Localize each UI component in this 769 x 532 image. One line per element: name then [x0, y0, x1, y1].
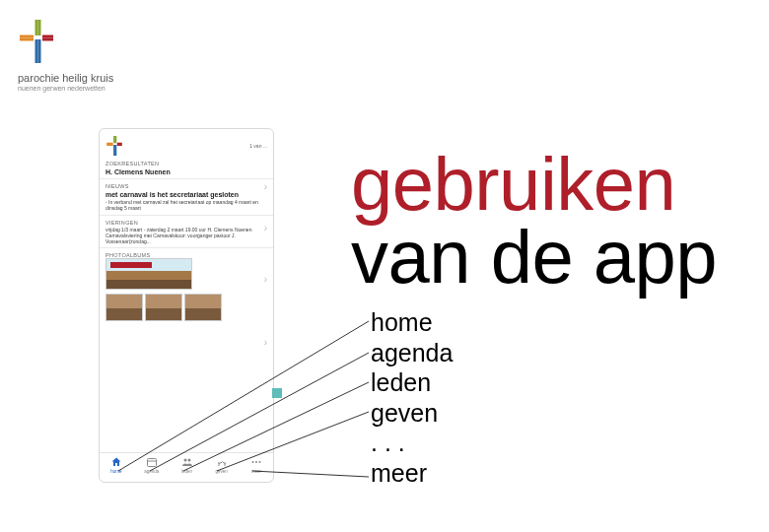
phone-news-title[interactable]: met carnaval is het secretariaat geslote… — [105, 191, 269, 198]
brand-cross-icon — [18, 18, 55, 65]
svg-point-22 — [258, 461, 260, 463]
phone-section-services: vieringen — [105, 220, 269, 226]
phone-photo-thumbnail[interactable] — [145, 294, 182, 321]
feature-item-geven: geven — [371, 398, 453, 429]
feature-item-dots: . . . — [371, 428, 453, 458]
phone-thumb-row — [105, 294, 269, 321]
phone-photo-thumbnail[interactable] — [105, 294, 143, 321]
feature-item-meer: meer — [371, 458, 453, 489]
tab-home[interactable]: home — [109, 456, 123, 480]
svg-point-21 — [255, 461, 257, 463]
dots-more-icon — [249, 456, 263, 468]
feature-item-agenda: agenda — [371, 338, 453, 368]
hand-give-icon — [215, 456, 229, 468]
tab-label: agenda — [144, 469, 159, 474]
people-icon — [180, 456, 194, 468]
tab-agenda[interactable]: agenda — [144, 456, 159, 480]
brand-header: parochie heilig kruis nuenen gerwen nede… — [18, 18, 113, 92]
slide-headline: gebruiken van de app — [351, 148, 717, 295]
tab-meer[interactable]: meer — [249, 456, 263, 480]
phone-screen: 1 van ... zoekresultaten H. Clemens Nuen… — [100, 129, 273, 452]
chevron-right-icon: › — [264, 275, 267, 285]
brand-subtitle: nuenen gerwen nederwetten — [18, 85, 113, 92]
svg-point-20 — [251, 461, 253, 463]
feature-item-home: home — [371, 307, 453, 338]
phone-brand-cross-icon — [105, 135, 123, 157]
headline-line1: gebruiken — [351, 142, 675, 226]
phone-mockup: 1 van ... zoekresultaten H. Clemens Nuen… — [99, 128, 274, 483]
phone-bottom-bar: home agenda leden geven meer — [100, 452, 273, 482]
tab-leden[interactable]: leden — [180, 456, 194, 480]
svg-point-19 — [187, 459, 190, 462]
tab-geven[interactable]: geven — [215, 456, 229, 480]
feature-item-leden: leden — [371, 367, 453, 398]
feature-list: home agenda leden geven . . . meer — [371, 307, 453, 488]
accent-square — [272, 388, 282, 398]
chevron-right-icon: › — [264, 338, 267, 348]
brand-title: parochie heilig kruis — [18, 71, 113, 85]
phone-item-church-title[interactable]: H. Clemens Nuenen — [105, 168, 269, 175]
calendar-icon — [145, 456, 159, 468]
headline-line2: van de app — [351, 215, 717, 299]
phone-photo-thumbnail[interactable] — [105, 258, 192, 290]
phone-section-search: zoekresultaten — [105, 161, 269, 166]
svg-point-18 — [183, 459, 186, 462]
phone-count-label: 1 van ... — [249, 143, 267, 149]
chevron-right-icon: › — [264, 182, 267, 192]
divider — [100, 215, 273, 216]
phone-services-body[interactable]: vrijdag 1/3 maart - zaterdag 2 maart 19.… — [105, 227, 269, 245]
tab-label: home — [110, 469, 121, 474]
tab-label: meer — [251, 469, 261, 474]
phone-news-body: - In verband met carnaval zal het secret… — [105, 199, 269, 212]
divider — [100, 247, 273, 248]
chevron-right-icon: › — [264, 224, 267, 233]
divider — [100, 178, 273, 179]
home-icon — [109, 456, 123, 468]
phone-section-news: nieuws — [105, 183, 269, 189]
tab-label: geven — [216, 469, 228, 474]
svg-rect-16 — [147, 459, 156, 467]
phone-photo-thumbnail[interactable] — [184, 294, 222, 321]
tab-label: leden — [181, 469, 192, 474]
